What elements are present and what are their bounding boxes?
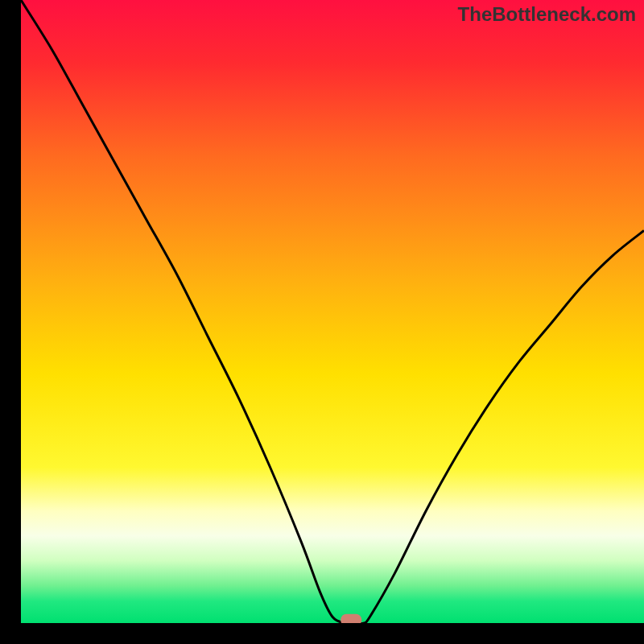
chart-container: TheBottleneck.com — [0, 0, 644, 644]
left-border — [0, 0, 21, 644]
plot-background — [21, 0, 644, 623]
watermark-text: TheBottleneck.com — [458, 3, 636, 26]
bottom-border — [0, 623, 644, 644]
chart-svg — [0, 0, 644, 644]
